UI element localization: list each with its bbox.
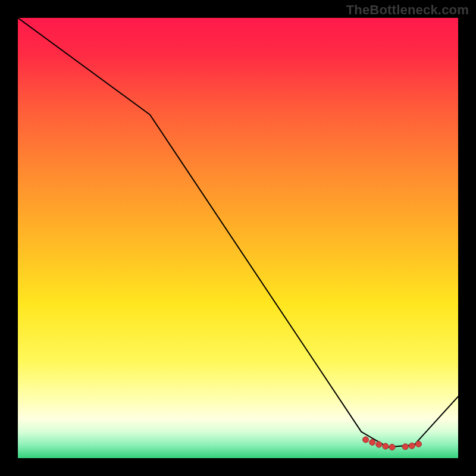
gradient-background	[18, 18, 458, 458]
marker-dot	[369, 439, 375, 445]
watermark-text: TheBottleneck.com	[346, 2, 469, 18]
chart-svg	[18, 18, 458, 458]
plot-area	[18, 18, 458, 458]
chart-frame: TheBottleneck.com	[0, 0, 476, 476]
marker-dot	[363, 437, 369, 443]
marker-dot	[376, 441, 382, 447]
marker-dot	[415, 441, 421, 447]
marker-dot	[409, 443, 415, 449]
marker-dot	[389, 444, 395, 450]
marker-dot	[402, 444, 408, 450]
marker-dot	[383, 443, 389, 449]
